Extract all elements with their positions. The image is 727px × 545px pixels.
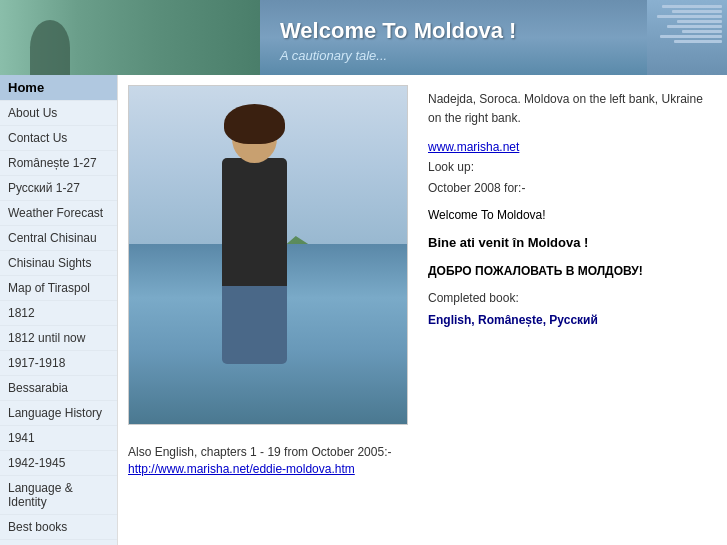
sidebar-item-russian[interactable]: Русский 1-27 <box>0 176 117 201</box>
info-bine: Bine ati venit în Moldova ! <box>428 233 707 254</box>
header: Welcome To Moldova ! A cautionary tale..… <box>0 0 727 75</box>
deco-bar-6 <box>682 30 722 33</box>
eddie-moldova-link[interactable]: http://www.marisha.net/eddie-moldova.htm <box>128 462 355 476</box>
info-panel: Nadejda, Soroca. Moldova on the left ban… <box>418 85 717 425</box>
sidebar-item-bessarabia[interactable]: Bessarabia <box>0 376 117 401</box>
sidebar-item-1917-1918[interactable]: 1917-1918 <box>0 351 117 376</box>
sidebar-item-language-identity[interactable]: Language & Identity <box>0 476 117 515</box>
sidebar-item-1812-until-now[interactable]: 1812 until now <box>0 326 117 351</box>
main-content: Nadejda, Soroca. Moldova on the left ban… <box>118 75 727 545</box>
page-layout: HomeAbout UsContact UsRomânește 1-27Русс… <box>0 75 727 545</box>
sidebar-item-subtitled-films[interactable]: Subtitled films <box>0 540 117 545</box>
deco-bar-4 <box>677 20 722 23</box>
sidebar-item-weather[interactable]: Weather Forecast <box>0 201 117 226</box>
info-period: October 2008 for:- <box>428 179 707 198</box>
sidebar-item-chisinau-sights[interactable]: Chisinau Sights <box>0 251 117 276</box>
deco-bar-1 <box>662 5 722 8</box>
photo-person <box>189 114 319 364</box>
main-bottom: Also English, chapters 1 - 19 from Octob… <box>128 440 717 481</box>
header-photo <box>0 0 260 75</box>
deco-bar-2 <box>672 10 722 13</box>
sidebar-item-1812[interactable]: 1812 <box>0 301 117 326</box>
main-top: Nadejda, Soroca. Moldova on the left ban… <box>128 85 717 425</box>
sidebar-item-map-tiraspol[interactable]: Map of Tiraspol <box>0 276 117 301</box>
header-text-area: Welcome To Moldova ! A cautionary tale..… <box>260 0 647 75</box>
deco-bar-8 <box>674 40 722 43</box>
deco-bar-3 <box>657 15 722 18</box>
marisha-link[interactable]: www.marisha.net <box>428 140 519 154</box>
sidebar-item-1941[interactable]: 1941 <box>0 426 117 451</box>
info-completed: Completed book: <box>428 289 707 308</box>
header-decoration <box>647 0 727 75</box>
info-link-container: www.marisha.net <box>428 138 707 157</box>
also-english-text: Also English, chapters 1 - 19 from Octob… <box>128 445 717 459</box>
sidebar-item-contact-us[interactable]: Contact Us <box>0 126 117 151</box>
person-body <box>222 158 287 286</box>
header-subtitle: A cautionary tale... <box>280 48 627 63</box>
person-legs <box>222 286 287 364</box>
sidebar-item-romaneste[interactable]: Românește 1-27 <box>0 151 117 176</box>
sidebar-item-about-us[interactable]: About Us <box>0 101 117 126</box>
person-head <box>232 114 277 163</box>
sidebar-item-1942-1945[interactable]: 1942-1945 <box>0 451 117 476</box>
person-hair <box>224 104 285 144</box>
sidebar-item-home[interactable]: Home <box>0 75 117 101</box>
deco-bar-7 <box>660 35 722 38</box>
sidebar: HomeAbout UsContact UsRomânește 1-27Русс… <box>0 75 118 545</box>
info-lookup: Look up: <box>428 158 707 177</box>
sidebar-item-central-chisinau[interactable]: Central Chisinau <box>0 226 117 251</box>
info-location: Nadejda, Soroca. Moldova on the left ban… <box>428 90 707 128</box>
header-title: Welcome To Moldova ! <box>280 18 627 44</box>
header-photo-figure <box>30 20 70 75</box>
deco-bar-5 <box>667 25 722 28</box>
info-books: English, Românește, Русский <box>428 311 707 330</box>
info-dobro: ДОБРО ПОЖАЛОВАТЬ В МОЛДОВУ! <box>428 262 707 281</box>
sidebar-item-best-books[interactable]: Best books <box>0 515 117 540</box>
main-photo <box>128 85 408 425</box>
sidebar-item-language-history[interactable]: Language History <box>0 401 117 426</box>
info-welcome: Welcome To Moldova! <box>428 206 707 225</box>
